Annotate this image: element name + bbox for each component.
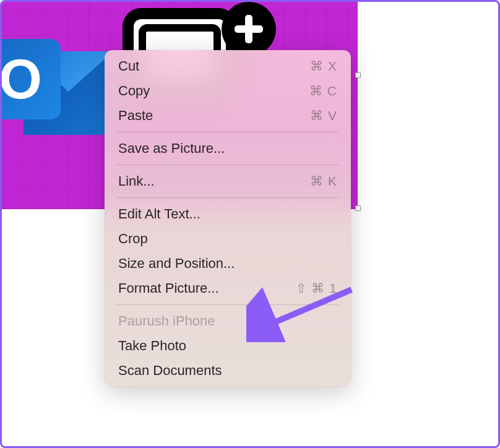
menu-label: Cut	[118, 58, 139, 74]
menu-label: Scan Documents	[118, 363, 222, 379]
selection-handle[interactable]	[355, 205, 361, 211]
menu-paste[interactable]: Paste ⌘ V	[105, 103, 351, 128]
menu-label: Size and Position...	[118, 256, 235, 272]
menu-format-picture[interactable]: Format Picture... ⇧ ⌘ 1	[105, 276, 351, 301]
menu-shortcut: ⌘ K	[310, 174, 337, 189]
menu-shortcut: ⌘ X	[310, 59, 337, 74]
menu-divider	[117, 165, 338, 165]
menu-crop[interactable]: Crop	[105, 226, 351, 251]
menu-label: Edit Alt Text...	[118, 206, 200, 222]
menu-edit-alt-text[interactable]: Edit Alt Text...	[105, 202, 351, 226]
menu-label: Paste	[118, 108, 153, 124]
menu-device-name: Paurush iPhone	[105, 309, 351, 334]
menu-label: Take Photo	[118, 338, 186, 354]
menu-link[interactable]: Link... ⌘ K	[105, 169, 351, 194]
menu-divider	[117, 197, 338, 198]
menu-label: Crop	[118, 231, 148, 247]
menu-shortcut: ⌘ V	[310, 108, 337, 123]
plus-icon	[222, 2, 276, 56]
context-menu: Cut ⌘ X Copy ⌘ C Paste ⌘ V Save as Pictu…	[105, 50, 351, 387]
menu-cut[interactable]: Cut ⌘ X	[105, 54, 351, 79]
outlook-icon: O	[0, 17, 113, 150]
menu-divider	[117, 304, 338, 305]
menu-label: Format Picture...	[118, 280, 219, 296]
menu-take-photo[interactable]: Take Photo	[105, 334, 351, 358]
selection-handle[interactable]	[355, 72, 361, 78]
menu-size-and-position[interactable]: Size and Position...	[105, 251, 351, 276]
menu-label: Link...	[118, 173, 155, 189]
menu-label: Save as Picture...	[118, 140, 225, 157]
menu-shortcut: ⌘ C	[309, 84, 337, 98]
menu-copy[interactable]: Copy ⌘ C	[105, 79, 351, 103]
menu-divider	[117, 132, 338, 132]
menu-label: Paurush iPhone	[118, 313, 215, 329]
menu-shortcut: ⇧ ⌘ 1	[296, 281, 337, 296]
menu-label: Copy	[118, 83, 150, 99]
menu-scan-documents[interactable]: Scan Documents	[105, 358, 351, 383]
menu-save-as-picture[interactable]: Save as Picture...	[105, 136, 351, 161]
